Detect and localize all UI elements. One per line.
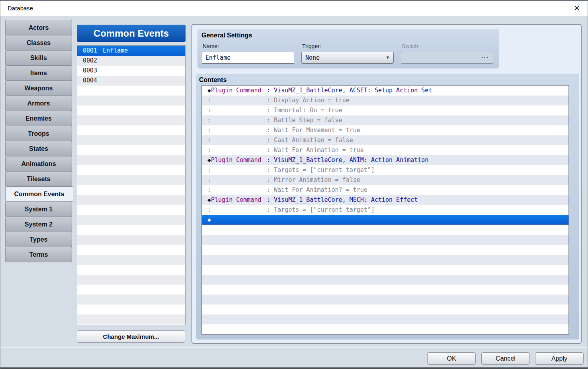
content-row[interactable] bbox=[202, 225, 568, 235]
sidebar-tab-weapons[interactable]: Weapons bbox=[5, 80, 72, 96]
sidebar-tab-terms[interactable]: Terms bbox=[5, 247, 72, 262]
name-label: Name: bbox=[203, 43, 219, 49]
event-row[interactable] bbox=[77, 305, 185, 314]
event-id: 0001 bbox=[83, 47, 97, 54]
event-row[interactable]: 0004 bbox=[77, 76, 185, 86]
event-row[interactable] bbox=[77, 105, 185, 115]
content-row[interactable]: :: Display Action = true bbox=[202, 96, 568, 105]
sidebar-tab-classes[interactable]: Classes bbox=[5, 35, 72, 51]
param-indent-colon: : bbox=[207, 135, 267, 145]
event-row[interactable] bbox=[77, 155, 185, 165]
event-row[interactable] bbox=[77, 225, 185, 235]
ok-button[interactable]: OK bbox=[427, 352, 476, 365]
contents-list: ◆Plugin Command: VisuMZ_1_BattleCore, AC… bbox=[201, 85, 569, 335]
sidebar-tab-actors[interactable]: Actors bbox=[5, 20, 72, 35]
event-row[interactable] bbox=[77, 195, 185, 205]
trigger-select[interactable]: None▼ bbox=[301, 52, 394, 64]
content-row[interactable]: :: Wait For Movement = true bbox=[202, 125, 568, 135]
param-text: Battle Step = false bbox=[274, 117, 342, 124]
event-row[interactable] bbox=[77, 215, 185, 225]
event-row[interactable] bbox=[77, 314, 185, 324]
event-row[interactable]: 0001Enflame bbox=[77, 46, 185, 56]
sidebar-tab-armors[interactable]: Armors bbox=[5, 96, 72, 111]
event-id: 0002 bbox=[83, 57, 97, 64]
content-row[interactable] bbox=[202, 314, 568, 324]
sidebar-tab-skills[interactable]: Skills bbox=[5, 50, 72, 66]
sidebar-tab-enemies[interactable]: Enemies bbox=[5, 111, 72, 126]
content-row[interactable]: :: Targets = ["current target"] bbox=[202, 165, 568, 175]
diamond-icon: ◆ bbox=[207, 87, 211, 94]
plugin-command-text: VisuMZ_1_BattleCore, ANIM: Action Animat… bbox=[274, 156, 428, 164]
event-row[interactable] bbox=[77, 165, 185, 175]
sidebar-tab-system-2[interactable]: System 2 bbox=[5, 217, 72, 232]
event-row[interactable] bbox=[77, 86, 185, 96]
contents-title: Contents bbox=[199, 76, 227, 84]
content-row[interactable]: ◆Plugin Command: VisuMZ_1_BattleCore, ME… bbox=[202, 195, 568, 205]
sidebar-tab-states[interactable]: States bbox=[5, 141, 72, 156]
event-row[interactable] bbox=[77, 295, 185, 305]
param-indent-colon: : bbox=[207, 96, 267, 105]
content-row[interactable]: :: Cast Animation = false bbox=[202, 135, 568, 145]
event-row[interactable] bbox=[77, 135, 185, 145]
diamond-icon: ◆ bbox=[207, 196, 211, 203]
sidebar-tab-common-events[interactable]: Common Events bbox=[5, 186, 73, 202]
content-row[interactable]: :: Immortal: On = true bbox=[202, 105, 568, 115]
database-dialog: Database ✕ ActorsClassesSkillsItemsWeapo… bbox=[0, 0, 588, 369]
separator-colon: : bbox=[267, 137, 274, 144]
event-row[interactable] bbox=[77, 175, 185, 185]
content-row[interactable]: ◆Plugin Command: VisuMZ_1_BattleCore, AN… bbox=[202, 155, 568, 165]
sidebar-tab-system-1[interactable]: System 1 bbox=[5, 201, 72, 217]
event-row[interactable] bbox=[77, 96, 185, 105]
content-row[interactable] bbox=[202, 305, 568, 314]
param-text: Targets = ["current target"] bbox=[274, 206, 375, 213]
event-row[interactable] bbox=[77, 255, 185, 265]
content-row[interactable]: :: Wait For Animation? = true bbox=[202, 185, 568, 195]
sidebar-tab-types[interactable]: Types bbox=[5, 232, 72, 247]
sidebar-tab-items[interactable]: Items bbox=[5, 65, 72, 81]
ellipsis-button[interactable]: ··· bbox=[481, 52, 489, 63]
chevron-down-icon: ▼ bbox=[386, 52, 389, 63]
content-row[interactable] bbox=[202, 324, 568, 334]
sidebar-tab-troops[interactable]: Troops bbox=[5, 126, 72, 141]
separator-colon: : bbox=[267, 186, 274, 193]
name-input[interactable] bbox=[202, 52, 294, 64]
content-row[interactable] bbox=[202, 255, 568, 265]
content-row[interactable]: ◆Plugin Command: VisuMZ_1_BattleCore, AC… bbox=[202, 86, 568, 96]
content-row[interactable] bbox=[202, 265, 568, 275]
event-row[interactable] bbox=[77, 205, 185, 215]
event-row[interactable] bbox=[77, 285, 185, 295]
window-title: Database bbox=[8, 1, 33, 16]
event-row[interactable] bbox=[77, 125, 185, 135]
content-row[interactable] bbox=[202, 275, 568, 285]
content-row[interactable] bbox=[202, 295, 568, 305]
plugin-command-label: Plugin Command bbox=[211, 156, 261, 164]
change-maximum-button[interactable]: Change Maximum... bbox=[77, 330, 185, 343]
event-row[interactable] bbox=[77, 115, 185, 125]
event-row[interactable] bbox=[77, 275, 185, 285]
content-row[interactable]: :: Battle Step = false bbox=[202, 115, 568, 125]
content-row[interactable]: ◆ bbox=[202, 215, 568, 225]
event-row[interactable] bbox=[77, 185, 185, 195]
separator-colon: : bbox=[267, 97, 274, 104]
event-row[interactable] bbox=[77, 235, 185, 245]
content-row[interactable] bbox=[202, 285, 568, 295]
event-row[interactable]: 0002 bbox=[77, 56, 185, 66]
event-row[interactable] bbox=[77, 145, 185, 155]
switch-label: Switch: bbox=[402, 43, 420, 49]
content-row[interactable] bbox=[202, 235, 568, 245]
event-row[interactable] bbox=[77, 265, 185, 275]
content-row[interactable]: :: Targets = ["current target"] bbox=[202, 205, 568, 215]
event-name: Enflame bbox=[103, 47, 128, 54]
content-row[interactable]: :: Wait For Animation = true bbox=[202, 145, 568, 155]
apply-button[interactable]: Apply bbox=[535, 352, 584, 365]
event-row[interactable]: 0003 bbox=[77, 66, 185, 76]
sidebar-tab-animations[interactable]: Animations bbox=[5, 156, 72, 172]
content-row[interactable] bbox=[202, 245, 568, 255]
cancel-button[interactable]: Cancel bbox=[481, 352, 530, 365]
event-id: 0003 bbox=[83, 67, 97, 74]
event-row[interactable] bbox=[77, 245, 185, 255]
sidebar-tab-tilesets[interactable]: Tilesets bbox=[5, 171, 72, 187]
content-row[interactable]: :: Mirror Animation = false bbox=[202, 175, 568, 185]
events-panel-header: Common Events bbox=[77, 25, 186, 42]
close-icon[interactable]: ✕ bbox=[571, 2, 583, 14]
